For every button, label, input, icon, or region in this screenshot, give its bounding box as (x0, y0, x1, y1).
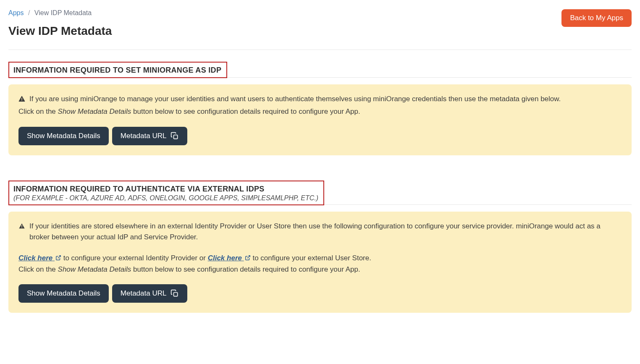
section2-heading-box: INFORMATION REQUIRED TO AUTHENTICATE VIA… (8, 181, 324, 205)
page-divider (8, 50, 632, 50)
external-link-icon (55, 255, 61, 261)
breadcrumb-apps-link[interactable]: Apps (8, 9, 24, 16)
section2-info-card: If your identities are stored elsewhere … (8, 212, 632, 313)
configure-userstore-link-text: Click here (208, 254, 242, 262)
show-metadata-details-button[interactable]: Show Metadata Details (18, 127, 109, 145)
configure-idp-link[interactable]: Click here (18, 254, 61, 262)
section2-info-secondary: Click on the Show Metadata Details butto… (18, 264, 622, 275)
copy-icon (170, 132, 179, 140)
metadata-url-button[interactable]: Metadata URL (112, 127, 188, 145)
section1-heading-box: INFORMATION REQUIRED TO SET MINIORANGE A… (8, 62, 227, 78)
section1-click-suffix: button below to see configuration detail… (131, 107, 360, 115)
breadcrumb-separator: / (28, 9, 30, 16)
metadata-url-button-2[interactable]: Metadata URL (112, 284, 188, 303)
section1-click-italic: Show Metadata Details (58, 107, 131, 115)
copy-icon (170, 289, 179, 298)
section2-click-italic: Show Metadata Details (58, 265, 131, 273)
section1-info-card: If you are using miniOrange to manage yo… (8, 84, 632, 155)
breadcrumb-current: View IDP Metadata (34, 9, 92, 16)
section2-subtitle: (FOR EXAMPLE - OKTA, AZURE AD, ADFS, ONE… (13, 194, 318, 202)
section2-link2-after: to configure your external User Store. (251, 254, 371, 262)
section1-info-secondary: Click on the Show Metadata Details butto… (18, 106, 622, 117)
external-link-icon (245, 255, 251, 261)
section2-click-suffix: button below to see configuration detail… (131, 265, 360, 273)
section1-click-prefix: Click on the (18, 107, 58, 115)
warning-icon (18, 223, 25, 230)
page-title: View IDP Metadata (8, 24, 112, 38)
section2-info-main: If your identities are stored elsewhere … (29, 221, 622, 243)
svg-point-0 (21, 100, 22, 101)
configure-userstore-link[interactable]: Click here (208, 254, 251, 262)
show-metadata-details-button-2[interactable]: Show Metadata Details (18, 284, 109, 303)
svg-line-4 (247, 256, 250, 258)
section2-links-line: Click here to configure your external Id… (18, 253, 622, 264)
section2-click-prefix: Click on the (18, 265, 58, 273)
back-to-apps-button[interactable]: Back to My Apps (561, 9, 632, 27)
configure-idp-link-text: Click here (18, 254, 52, 262)
svg-rect-1 (174, 135, 178, 139)
section1-heading: INFORMATION REQUIRED TO SET MINIORANGE A… (13, 66, 221, 75)
breadcrumb: Apps / View IDP Metadata (8, 9, 112, 17)
metadata-url-label-2: Metadata URL (121, 289, 167, 298)
svg-line-3 (58, 256, 60, 258)
svg-point-2 (21, 227, 22, 228)
warning-icon (18, 96, 25, 102)
svg-rect-5 (174, 293, 178, 296)
metadata-url-label: Metadata URL (121, 132, 167, 140)
section2-link1-after: to configure your external Identity Prov… (61, 254, 208, 262)
section1-info-main: If you are using miniOrange to manage yo… (29, 94, 561, 105)
section2-heading: INFORMATION REQUIRED TO AUTHENTICATE VIA… (13, 185, 318, 194)
